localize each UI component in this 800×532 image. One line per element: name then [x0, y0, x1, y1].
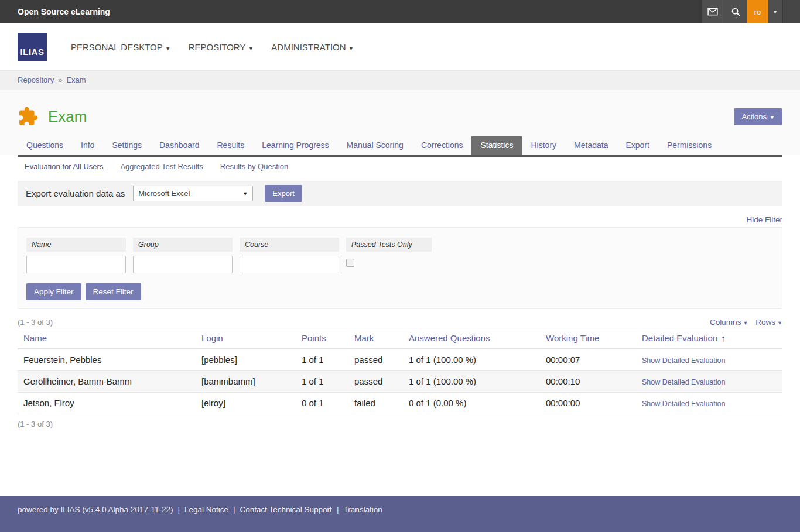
- filter-panel: NameGroupCoursePassed Tests Only Apply F…: [18, 227, 782, 309]
- breadcrumb-item-repository[interactable]: Repository: [18, 75, 54, 84]
- search-icon: [731, 7, 741, 17]
- column-header-points[interactable]: Points: [296, 328, 348, 349]
- menu-item-administration[interactable]: ADMINISTRATION▼: [271, 42, 354, 52]
- filter-name-input[interactable]: [26, 256, 126, 273]
- cell-answered-questions: 1 of 1 (100.00 %): [403, 349, 540, 371]
- tab-settings[interactable]: Settings: [103, 136, 151, 155]
- actions-button[interactable]: Actions▼: [734, 108, 782, 125]
- topbar: Open Source eLearning ro ▾: [0, 0, 800, 23]
- subtab-evaluation-for-all-users[interactable]: Evaluation for All Users: [25, 162, 103, 171]
- chevron-down-icon: ▼: [348, 45, 354, 52]
- main-nav: ILIAS PERSONAL DESKTOP▼REPOSITORY▼ADMINI…: [0, 23, 800, 70]
- filter-field-group: Group: [133, 238, 233, 273]
- rows-dropdown[interactable]: Rows▼: [755, 318, 782, 327]
- menu-item-personal-desktop[interactable]: PERSONAL DESKTOP▼: [71, 42, 171, 52]
- show-detailed-evaluation-link[interactable]: Show Detailed Evaluation: [642, 400, 725, 408]
- show-detailed-evaluation-link[interactable]: Show Detailed Evaluation: [642, 356, 725, 365]
- cell-name: Feuerstein, Pebbles: [18, 349, 196, 371]
- tab-statistics[interactable]: Statistics: [471, 136, 522, 155]
- table-row: Geröllheimer, Bamm-Bamm[bammbamm]1 of 1p…: [18, 371, 782, 393]
- filter-label-group: Group: [133, 238, 233, 252]
- results-table: NameLoginPointsMarkAnswered QuestionsWor…: [18, 328, 782, 414]
- cell-mark: passed: [348, 349, 403, 371]
- columns-dropdown[interactable]: Columns▼: [710, 318, 748, 327]
- tab-permissions[interactable]: Permissions: [658, 136, 720, 155]
- export-button[interactable]: Export: [265, 185, 302, 202]
- title-band: Exam Actions▼ QuestionsInfoSettingsDashb…: [0, 90, 800, 155]
- cell-login: [bammbamm]: [196, 371, 296, 393]
- tab-bar: QuestionsInfoSettingsDashboardResultsLea…: [18, 136, 782, 155]
- table-row: Feuerstein, Pebbles[pebbles]1 of 1passed…: [18, 349, 782, 371]
- subtab-results-by-question[interactable]: Results by Question: [220, 162, 288, 171]
- topbar-actions: ro ▾: [701, 0, 800, 23]
- app-title: Open Source eLearning: [0, 0, 701, 23]
- cell-name: Geröllheimer, Bamm-Bamm: [18, 371, 196, 393]
- cell-answered-questions: 1 of 1 (100.00 %): [403, 371, 540, 393]
- tab-results[interactable]: Results: [208, 136, 254, 155]
- tab-questions[interactable]: Questions: [18, 136, 72, 155]
- search-button[interactable]: [724, 0, 747, 23]
- filter-field-name: Name: [26, 238, 126, 273]
- exam-puzzle-icon: [18, 106, 39, 127]
- tab-history[interactable]: History: [522, 136, 565, 155]
- show-detailed-evaluation-link[interactable]: Show Detailed Evaluation: [642, 378, 725, 386]
- tab-manual-scoring[interactable]: Manual Scoring: [338, 136, 412, 155]
- filter-group-input[interactable]: [133, 256, 233, 273]
- tab-metadata[interactable]: Metadata: [565, 136, 617, 155]
- cell-detailed-evaluation: Show Detailed Evaluation: [636, 371, 782, 393]
- chevron-down-icon: ▼: [248, 45, 254, 52]
- breadcrumb-item-exam[interactable]: Exam: [66, 75, 86, 84]
- column-header-working-time[interactable]: Working Time: [540, 328, 636, 349]
- filter-course-input[interactable]: [240, 256, 339, 273]
- cell-name: Jetson, Elroy: [18, 393, 196, 414]
- subtab-aggregated-test-results[interactable]: Aggregated Test Results: [120, 162, 203, 171]
- cell-login: [pebbles]: [196, 349, 296, 371]
- hide-filter-link[interactable]: Hide Filter: [746, 215, 782, 224]
- cell-answered-questions: 0 of 1 (0.00 %): [403, 393, 540, 414]
- main-menu: PERSONAL DESKTOP▼REPOSITORY▼ADMINISTRATI…: [62, 42, 363, 52]
- cell-detailed-evaluation: Show Detailed Evaluation: [636, 349, 782, 371]
- apply-filter-button[interactable]: Apply Filter: [26, 283, 81, 300]
- footer-separator: |: [233, 505, 235, 514]
- footer-link-legal-notice[interactable]: Legal Notice: [184, 505, 228, 514]
- column-header-name[interactable]: Name: [18, 328, 196, 349]
- tab-info[interactable]: Info: [72, 136, 103, 155]
- footer-separator: |: [337, 505, 339, 514]
- column-header-login[interactable]: Login: [196, 328, 296, 349]
- cell-working-time: 00:00:00: [540, 393, 636, 414]
- page: Open Source eLearning ro ▾ ILIAS: [0, 0, 800, 532]
- column-header-mark[interactable]: Mark: [348, 328, 403, 349]
- export-bar: Export evaluation data as Microsoft Exce…: [18, 181, 782, 206]
- subtab-bar: Evaluation for All UsersAggregated Test …: [0, 157, 800, 177]
- ilias-logo[interactable]: ILIAS: [18, 33, 47, 61]
- pagination-bottom: (1 - 3 of 3): [18, 420, 782, 428]
- tab-learning-progress[interactable]: Learning Progress: [253, 136, 337, 155]
- export-format-select[interactable]: Microsoft Excel ▼: [133, 186, 253, 201]
- tab-export[interactable]: Export: [617, 136, 658, 155]
- reset-filter-button[interactable]: Reset Filter: [86, 283, 141, 300]
- export-format-value: Microsoft Excel: [138, 189, 190, 198]
- tab-corrections[interactable]: Corrections: [412, 136, 472, 155]
- table-row: Jetson, Elroy[elroy]0 of 1failed0 of 1 (…: [18, 393, 782, 414]
- cell-points: 1 of 1: [296, 349, 348, 371]
- column-header-answered-questions[interactable]: Answered Questions: [403, 328, 540, 349]
- user-menu-button[interactable]: ▾: [768, 0, 782, 23]
- sort-ascending-icon: ↑: [721, 333, 726, 343]
- footer-powered-by: powered by ILIAS (v5.4.0 Alpha 2017-11-2…: [18, 505, 173, 514]
- passed-tests-only-checkbox[interactable]: [346, 259, 354, 267]
- menu-item-repository[interactable]: REPOSITORY▼: [189, 42, 254, 52]
- tab-dashboard[interactable]: Dashboard: [151, 136, 208, 155]
- chevron-down-icon: ▼: [165, 45, 171, 52]
- filter-label-name: Name: [26, 238, 126, 252]
- cell-detailed-evaluation: Show Detailed Evaluation: [636, 393, 782, 414]
- user-avatar[interactable]: ro: [747, 0, 768, 23]
- chevron-down-icon: ▾: [774, 9, 777, 15]
- footer-link-translation[interactable]: Translation: [343, 505, 382, 514]
- mail-button[interactable]: [701, 0, 724, 23]
- mail-icon: [707, 8, 718, 16]
- filter-label-course: Course: [240, 238, 339, 252]
- footer-link-contact-technical-support[interactable]: Contact Technical Support: [240, 505, 332, 514]
- cell-mark: passed: [348, 371, 403, 393]
- column-header-detailed-evaluation[interactable]: Detailed Evaluation↑: [636, 328, 782, 349]
- cell-points: 0 of 1: [296, 393, 348, 414]
